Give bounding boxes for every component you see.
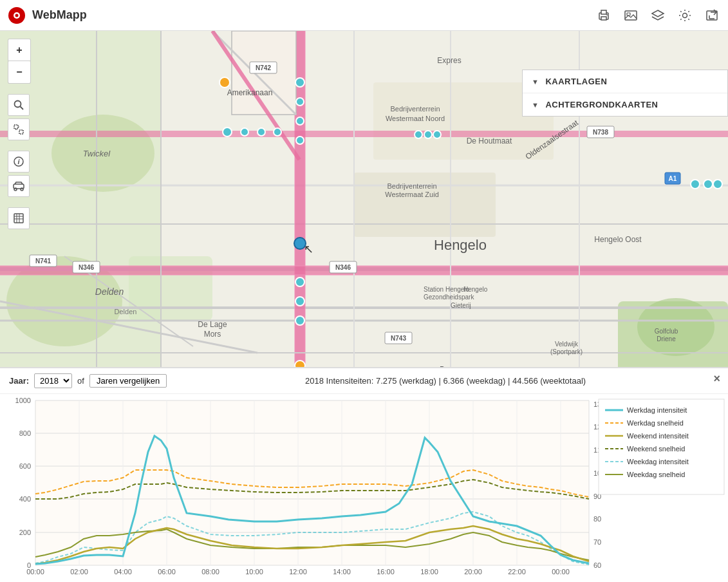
svg-rect-115 bbox=[14, 214, 23, 223]
chart-area: 0 200 400 600 800 1000 60 70 80 90 100 1… bbox=[0, 394, 728, 578]
svg-text:60: 60 bbox=[593, 561, 601, 569]
svg-text:Mors: Mors bbox=[204, 330, 221, 339]
svg-marker-9 bbox=[652, 10, 664, 17]
svg-text:N346: N346 bbox=[335, 264, 351, 271]
svg-point-92 bbox=[415, 131, 422, 138]
print-icon[interactable] bbox=[595, 7, 612, 24]
svg-text:Gieterij: Gieterij bbox=[451, 302, 471, 309]
info-button[interactable]: i bbox=[8, 151, 30, 173]
svg-text:14:00: 14:00 bbox=[333, 568, 351, 576]
chart-svg: 0 200 400 600 800 1000 60 70 80 90 100 1… bbox=[0, 394, 728, 578]
svg-text:600: 600 bbox=[19, 462, 31, 470]
svg-rect-5 bbox=[601, 17, 606, 20]
svg-text:Driene: Driene bbox=[657, 335, 676, 343]
svg-text:16:00: 16:00 bbox=[377, 568, 395, 576]
zoom-in-button[interactable]: + bbox=[8, 39, 30, 61]
svg-text:08:00: 08:00 bbox=[201, 568, 219, 576]
svg-text:80: 80 bbox=[593, 515, 601, 523]
svg-text:00:00: 00:00 bbox=[552, 568, 570, 576]
zoom-out-button[interactable]: − bbox=[8, 61, 30, 83]
app-title: WebMapp bbox=[32, 8, 87, 22]
svg-text:Hengelo: Hengelo bbox=[463, 286, 488, 293]
svg-text:↖: ↖ bbox=[304, 243, 313, 256]
svg-text:N738: N738 bbox=[593, 129, 608, 136]
svg-point-89 bbox=[295, 316, 304, 325]
kaartlagen-label: KAARTLAGEN bbox=[545, 77, 607, 86]
svg-point-10 bbox=[683, 13, 687, 17]
car-button[interactable] bbox=[8, 175, 30, 197]
close-button[interactable]: × bbox=[713, 372, 720, 386]
svg-text:18:00: 18:00 bbox=[420, 568, 438, 576]
svg-point-87 bbox=[295, 277, 304, 286]
svg-text:N742: N742 bbox=[256, 64, 271, 71]
svg-text:00:00: 00:00 bbox=[26, 568, 44, 576]
search-button[interactable] bbox=[8, 94, 30, 116]
svg-text:De Lage: De Lage bbox=[198, 320, 227, 329]
bookmark-button[interactable] bbox=[8, 207, 30, 229]
svg-point-85 bbox=[274, 128, 281, 136]
layers-icon[interactable] bbox=[649, 7, 666, 24]
svg-rect-4 bbox=[601, 10, 606, 14]
kaartlagen-chevron: ▼ bbox=[532, 78, 539, 86]
bottom-panel: Jaar: 2018 2017 2016 of Jaren vergelijke… bbox=[0, 367, 728, 582]
svg-text:Golfclub: Golfclub bbox=[655, 328, 678, 335]
gallery-icon[interactable] bbox=[622, 7, 639, 24]
svg-text:800: 800 bbox=[19, 429, 31, 437]
map-container[interactable]: N346 N742 N738 N743 A1 Twickel Hengelo D… bbox=[0, 31, 728, 398]
svg-text:Veldwijk: Veldwijk bbox=[555, 341, 579, 348]
achtergrondkaarten-chevron: ▼ bbox=[532, 101, 539, 109]
svg-text:N743: N743 bbox=[391, 335, 406, 342]
settings-icon[interactable] bbox=[677, 7, 693, 24]
svg-point-88 bbox=[295, 297, 304, 306]
svg-point-96 bbox=[704, 180, 713, 189]
svg-text:Hengelo: Hengelo bbox=[434, 237, 487, 253]
svg-text:Westermaat Zuid: Westermaat Zuid bbox=[385, 191, 439, 198]
svg-text:Delden: Delden bbox=[115, 308, 137, 315]
svg-text:400: 400 bbox=[19, 495, 31, 503]
svg-text:i: i bbox=[17, 158, 20, 165]
svg-point-113 bbox=[14, 188, 17, 191]
header: WebMapp bbox=[0, 0, 728, 31]
svg-text:Weekdag snelheid: Weekdag snelheid bbox=[627, 471, 685, 478]
svg-rect-106 bbox=[14, 125, 18, 129]
svg-text:Bedrijventerrein: Bedrijventerrein bbox=[390, 105, 440, 113]
svg-text:12:00: 12:00 bbox=[289, 568, 307, 576]
of-text: of bbox=[77, 376, 84, 386]
svg-point-6 bbox=[606, 14, 608, 15]
kaartlagen-row[interactable]: ▼ KAARTLAGEN bbox=[523, 70, 727, 93]
select-area-button[interactable] bbox=[8, 118, 30, 140]
svg-point-104 bbox=[15, 101, 21, 108]
svg-point-114 bbox=[21, 188, 23, 191]
svg-rect-34 bbox=[0, 131, 728, 137]
svg-text:Station Hengelo: Station Hengelo bbox=[424, 286, 470, 293]
year-select[interactable]: 2018 2017 2016 bbox=[34, 373, 72, 388]
chart-title: 2018 Intensiteiten: 7.275 (werkdag) | 6.… bbox=[172, 376, 719, 386]
svg-point-97 bbox=[713, 180, 722, 189]
svg-text:Weekend intensiteit: Weekend intensiteit bbox=[627, 432, 689, 440]
svg-text:Bedrijventerrein: Bedrijventerrein bbox=[387, 182, 436, 190]
achtergrondkaarten-label: ACHTERGRONDKAARTEN bbox=[545, 100, 658, 109]
svg-text:Werkdag snelheid: Werkdag snelheid bbox=[627, 419, 684, 427]
svg-text:(Sportpark): (Sportpark) bbox=[550, 348, 583, 355]
svg-point-98 bbox=[219, 77, 230, 88]
svg-text:A1: A1 bbox=[669, 175, 677, 182]
header-left: WebMapp bbox=[8, 6, 87, 24]
svg-text:Amerikanaan: Amerikanaan bbox=[227, 88, 273, 97]
achtergrondkaarten-row[interactable]: ▼ ACHTERGRONDKAARTEN bbox=[523, 93, 727, 116]
chart-header: Jaar: 2018 2017 2016 of Jaren vergelijke… bbox=[0, 368, 728, 394]
compare-button[interactable]: Jaren vergelijken bbox=[89, 374, 167, 388]
svg-text:Twickel: Twickel bbox=[83, 149, 111, 158]
svg-text:10:00: 10:00 bbox=[245, 568, 263, 576]
zoom-controls: + − bbox=[8, 39, 31, 84]
svg-text:Gezondheidspark: Gezondheidspark bbox=[424, 294, 474, 301]
svg-point-80 bbox=[296, 117, 304, 125]
header-right bbox=[595, 7, 720, 24]
svg-point-82 bbox=[223, 127, 232, 136]
export-icon[interactable] bbox=[704, 7, 720, 24]
svg-text:N741: N741 bbox=[35, 258, 51, 265]
svg-rect-8 bbox=[627, 13, 630, 15]
app-logo bbox=[8, 6, 26, 24]
svg-point-2 bbox=[15, 14, 19, 17]
svg-text:02:00: 02:00 bbox=[70, 568, 88, 576]
svg-text:22:00: 22:00 bbox=[508, 568, 526, 576]
